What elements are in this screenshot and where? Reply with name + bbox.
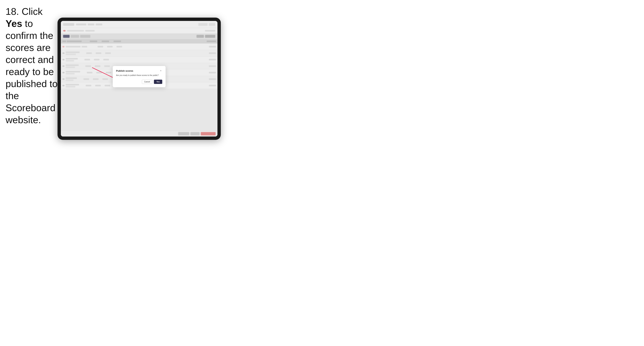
modal-overlay: Publish scores × Are you ready to publis… — [61, 21, 218, 137]
tablet-device: Publish scores × Are you ready to publis… — [58, 17, 221, 140]
modal-body-text: Are you ready to publish these scores to… — [116, 74, 162, 77]
modal-close-button[interactable]: × — [160, 69, 162, 72]
tablet-screen: Publish scores × Are you ready to publis… — [61, 21, 218, 137]
modal-header: Publish scores × — [116, 69, 162, 72]
cancel-button[interactable]: Cancel — [142, 80, 152, 84]
modal-footer: Cancel Yes — [116, 80, 162, 84]
step-number: 18. — [6, 6, 19, 17]
publish-scores-modal: Publish scores × Are you ready to publis… — [113, 66, 166, 87]
modal-title: Publish scores — [116, 69, 133, 72]
yes-button[interactable]: Yes — [154, 80, 162, 84]
instruction-text: 18. Click Yes to confirm the scores are … — [6, 5, 59, 126]
